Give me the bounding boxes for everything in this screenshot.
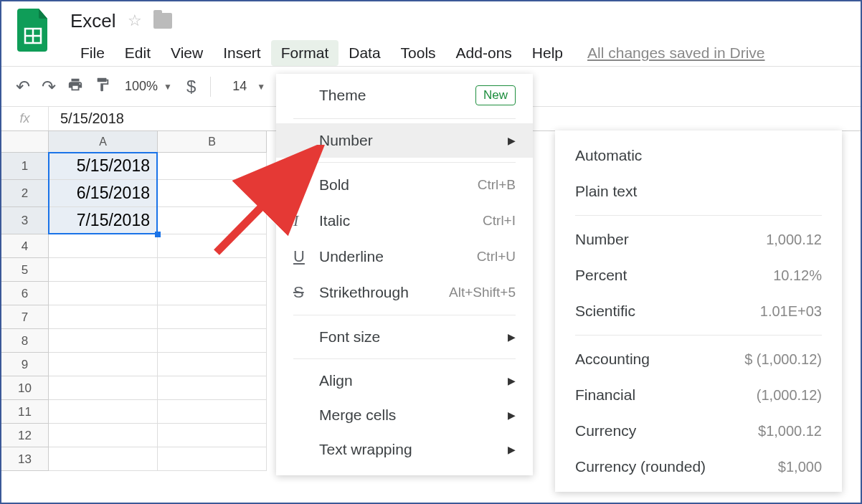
cell-a2[interactable]: 6/15/2018 [49,180,158,207]
row-header[interactable]: 4 [1,234,49,258]
column-header-b[interactable]: B [158,131,267,153]
row-header[interactable]: 9 [1,353,49,376]
cell[interactable] [49,305,158,329]
separator [210,77,211,97]
header: Excel ☆ File Edit View Insert Format Dat… [1,1,861,66]
row-header[interactable]: 3 [1,207,49,234]
cell[interactable] [49,282,158,305]
format-menu-strikethrough[interactable]: S Strikethrough Alt+Shift+5 [276,275,533,310]
cell[interactable] [158,400,267,424]
cell[interactable] [158,329,267,353]
number-format-plain-text[interactable]: Plain text [555,173,842,209]
cell-b2[interactable] [158,180,267,207]
print-icon[interactable] [67,77,83,97]
cell[interactable] [49,258,158,282]
menu-file[interactable]: File [70,40,115,66]
formula-input[interactable]: 5/15/2018 [49,110,136,127]
number-format-scientific[interactable]: Scientific1.01E+03 [555,293,842,329]
menu-divider [293,315,516,315]
select-all-corner[interactable] [1,131,49,153]
cell[interactable] [49,400,158,424]
menu-edit[interactable]: Edit [115,40,161,66]
menu-tools[interactable]: Tools [391,40,446,66]
submenu-arrow-icon: ▶ [508,135,516,146]
menu-format[interactable]: Format [271,40,339,66]
cell-a3[interactable]: 7/15/2018 [49,207,158,234]
number-format-financial[interactable]: Financial(1,000.12) [555,377,842,413]
save-status[interactable]: All changes saved in Drive [587,44,764,62]
cell[interactable] [158,353,267,376]
cell[interactable] [158,424,267,447]
format-menu-number[interactable]: Number ▶ [276,123,533,158]
italic-icon: I [293,211,319,230]
number-format-currency[interactable]: Currency$1,000.12 [555,413,842,449]
submenu-arrow-icon: ▶ [508,444,516,455]
cell[interactable] [158,234,267,258]
cell[interactable] [49,234,158,258]
format-menu-text-wrapping[interactable]: Text wrapping ▶ [276,432,533,467]
number-format-percent[interactable]: Percent10.12% [555,257,842,293]
menu-view[interactable]: View [161,40,213,66]
format-menu-bold[interactable]: B Bold Ctrl+B [276,167,533,203]
font-size-select[interactable]: 14 ▼ [225,79,273,94]
cell[interactable] [49,447,158,471]
number-format-accounting[interactable]: Accounting$ (1,000.12) [555,341,842,377]
format-menu-font-size[interactable]: Font size ▶ [276,320,533,354]
cell[interactable] [49,353,158,376]
menu-label: Scientific [575,303,760,320]
row-header[interactable]: 12 [1,424,49,447]
menubar: File Edit View Insert Format Data Tools … [70,40,861,66]
format-menu-align[interactable]: Align ▶ [276,363,533,398]
row-header[interactable]: 7 [1,305,49,329]
row-header[interactable]: 8 [1,329,49,353]
submenu-arrow-icon: ▶ [508,331,516,343]
menu-divider [293,358,516,359]
row-header[interactable]: 1 [1,153,49,180]
strikethrough-icon: S [293,283,319,302]
menu-shortcut: Alt+Shift+5 [449,285,516,300]
menu-label: Accounting [575,351,744,368]
row-header[interactable]: 11 [1,400,49,424]
menu-label: Number [575,231,766,248]
row-header[interactable]: 10 [1,376,49,400]
menu-help[interactable]: Help [522,40,573,66]
cell[interactable] [49,376,158,400]
document-title[interactable]: Excel [70,10,116,32]
zoom-select[interactable]: 100% ▼ [125,79,172,94]
cell-a1[interactable]: 5/15/2018 [49,153,158,180]
menu-addons[interactable]: Add-ons [446,40,522,66]
format-menu-underline[interactable]: U Underline Ctrl+U [276,239,533,275]
row-header[interactable]: 2 [1,180,49,207]
folder-icon[interactable] [153,13,172,29]
menu-label: Text wrapping [319,441,508,458]
redo-icon[interactable]: ↷ [42,77,56,97]
paint-format-icon[interactable] [95,77,110,97]
format-menu-italic[interactable]: I Italic Ctrl+I [276,203,533,239]
cell[interactable] [49,424,158,447]
cell[interactable] [158,305,267,329]
menu-data[interactable]: Data [338,40,390,66]
cell[interactable] [158,376,267,400]
cell-b1[interactable] [158,153,267,180]
currency-icon[interactable]: $ [186,77,196,97]
sheets-logo[interactable] [16,9,50,53]
star-icon[interactable]: ☆ [128,11,142,30]
row-header[interactable]: 5 [1,258,49,282]
cell-b3[interactable] [158,207,267,234]
cell[interactable] [158,282,267,305]
format-menu-merge-cells[interactable]: Merge cells ▶ [276,398,533,432]
column-header-a[interactable]: A [49,131,158,153]
cell[interactable] [158,447,267,471]
number-format-number[interactable]: Number1,000.12 [555,222,842,257]
format-menu-theme[interactable]: Theme New [276,77,533,114]
selection-fill-handle[interactable] [155,232,161,237]
cell[interactable] [49,329,158,353]
submenu-arrow-icon: ▶ [508,409,516,421]
cell[interactable] [158,258,267,282]
menu-insert[interactable]: Insert [213,40,271,66]
number-format-currency-rounded-[interactable]: Currency (rounded)$1,000 [555,449,842,485]
undo-icon[interactable]: ↶ [16,77,30,97]
number-format-automatic[interactable]: Automatic [555,138,842,173]
row-header[interactable]: 13 [1,447,49,471]
row-header[interactable]: 6 [1,282,49,305]
